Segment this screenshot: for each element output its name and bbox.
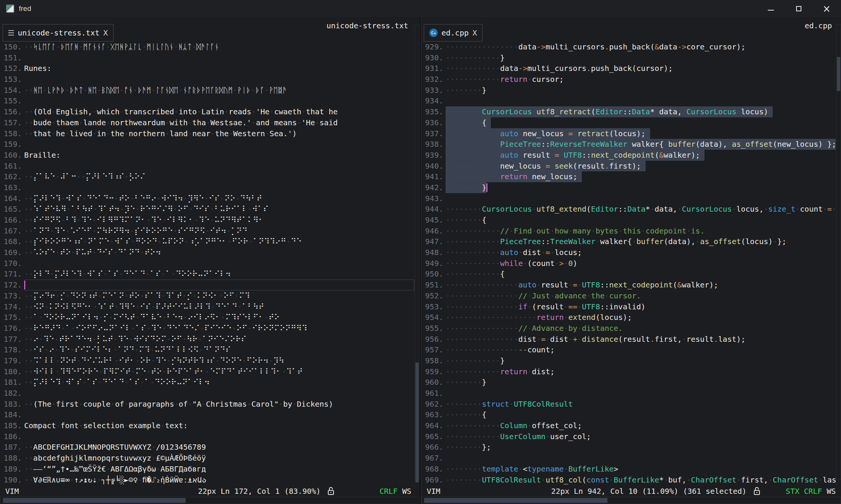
code-line[interactable]: 164.··⡍⠜⠇⠑⠹·⠺⠁⠎·⠙⠑⠁⠙⠒·⠞⠕·⠃⠑⠛⠔·⠺⠊⠹⠲·⡹⠻⠑·⠊… xyxy=(0,193,414,204)
code-line[interactable]: 960.········} xyxy=(421,377,836,388)
tab-close-icon[interactable]: X xyxy=(472,28,477,37)
code-line[interactable]: 937.············auto·new_locus·=·retract… xyxy=(421,128,836,139)
code-line[interactable]: 152.Runes: xyxy=(0,63,414,74)
code-line[interactable]: 173.··⡍⠔⠙⠖·⡊·⠙⠕⠝⠰⠞·⠍⠑⠁⠝·⠞⠕·⠎⠁⠹·⠹⠁⠞·⡊·⠅⠝⠪… xyxy=(0,290,414,301)
code-line[interactable]: 166.··⠎⠊⠛⠝⠫·⠃⠹·⠹⠑·⠊⠇⠻⠛⠹⠍⠁⠝⠂·⠹⠑·⠊⠇⠻⠅⠂·⠹⠑·… xyxy=(0,215,414,226)
code-line[interactable]: 168.··⡎⠊⠗⠕⠕⠛⠑⠰⠎·⠝⠁⠍⠑·⠺⠁⠎·⠛⠕⠕⠙·⠥⠏⠕⠝·⠰⡡⠁⠝⠛… xyxy=(0,236,414,247)
code-line[interactable]: 954.····················return·extend(lo… xyxy=(421,312,836,323)
code-line[interactable]: 171.··⡕⠇⠙·⡍⠜⠇⠑⠹·⠺⠁⠎·⠁⠎·⠙⠑⠁⠙·⠁⠎·⠁·⠙⠕⠕⠗⠤⠝⠁… xyxy=(0,269,414,280)
code-line[interactable]: 186. xyxy=(0,431,414,442)
code-line[interactable]: 160.Braille: xyxy=(0,150,414,161)
code-line[interactable]: 969.········UTF8ColResult·utf8_col(const… xyxy=(421,475,836,486)
code-line[interactable]: 947.············PieceTree::TreeWalker·wa… xyxy=(421,236,836,247)
code-line[interactable]: 953.················if·(result·==·UTF8::… xyxy=(421,301,836,312)
code-line[interactable]: 968.········template·<typename·BufferLik… xyxy=(421,464,836,475)
code-line[interactable]: 172. xyxy=(0,280,414,290)
code-line[interactable]: 948.············auto·dist·=·locus; xyxy=(421,247,836,258)
h-scrollbar[interactable] xyxy=(421,497,841,504)
code-line[interactable]: 189.··–—‘“”„†•…‰™œŠŸž€·ΑΒΓΔΩαβγδω·АБВГДа… xyxy=(0,464,414,475)
code-line[interactable]: 153. xyxy=(0,74,414,85)
tab-ed-cpp[interactable]: C+ ed.cpp X xyxy=(424,24,483,41)
code-line[interactable]: 154.··ᚻᛖ·ᚳᚹᚫᚦ·ᚦᚫᛏ·ᚻᛖ·ᛒᚢᛞᛖ·ᚩᚾ·ᚦᚫᛗ·ᛚᚪᚾᛞᛖ·ᚾ… xyxy=(0,85,414,96)
h-scrollbar-thumb[interactable] xyxy=(424,498,607,503)
code-line[interactable]: 945.········{ xyxy=(421,215,836,226)
v-scrollbar[interactable] xyxy=(836,24,841,480)
code-line[interactable]: 183.··(The·first·couple·of·paragraphs·of… xyxy=(0,399,414,410)
code-line[interactable]: 163. xyxy=(0,182,414,193)
code-line[interactable]: 170. xyxy=(0,258,414,269)
code-line[interactable]: 956.················dist·=·dist·+·distan… xyxy=(421,334,836,345)
code-line[interactable]: 158.··that·he·lived·in·the·northern·land… xyxy=(0,128,414,139)
code-line[interactable]: 174.··⠪⠝·⠅⠝⠪⠇⠫⠛⠑⠂·⠱⠁⠞·⠹⠻⠑·⠊⠎·⠏⠜⠞⠊⠊⠥⠇⠜⠇⠹·… xyxy=(0,301,414,312)
code-line[interactable]: 190.··∀∂∈ℝ∧∪≡∞·↑↗↨↻⇣·┐┼╔╘░►☺♀·ﬁ�⑀₂ἠḂӥẄɐː… xyxy=(0,475,414,486)
code-line[interactable]: 169.··⠡⠕⠎⠑·⠞⠕·⠏⠥⠞·⠙⠊⠎·⠙⠁⠝⠙·⠞⠕⠲ xyxy=(0,247,414,258)
code-line[interactable]: 959.············return·dist; xyxy=(421,366,836,377)
code-area[interactable]: 929.················data->multi_cursors.… xyxy=(421,41,836,485)
code-line[interactable]: 176.··⠗⠑⠛⠜⠙·⠁·⠊⠕⠋⠋⠔⠤⠝⠁⠊⠇·⠁⠎·⠹⠑·⠙⠑⠁⠙⠑⠌·⠏⠊… xyxy=(0,323,414,334)
code-line[interactable]: 187.··ABCDEFGHIJKLMNOPQRSTUVWXYZ·/012345… xyxy=(0,442,414,453)
code-line[interactable]: 942.········} xyxy=(421,182,836,193)
v-scrollbar[interactable] xyxy=(415,24,420,480)
code-line[interactable]: 157.··bude·thaem·lande·northweardum·with… xyxy=(0,117,414,128)
minimize-button[interactable] xyxy=(767,5,775,12)
code-line[interactable]: 929.················data->multi_cursors.… xyxy=(421,41,836,52)
close-button[interactable]: × xyxy=(823,5,830,12)
code-line[interactable]: 177.··⠔·⠹⠑·⠞⠗⠁⠙⠑⠲·⡃⠥⠞·⠹⠑·⠺⠊⠎⠙⠕⠍·⠕⠋·⠳⠗·⠁⠝… xyxy=(0,334,414,345)
code-line[interactable]: 178.··⠊⠎·⠔·⠹⠑·⠎⠊⠍⠊⠇⠑⠆·⠁⠝⠙·⠍⠹·⠥⠝⠙⠁⠇⠇⠪⠫·⠙⠁… xyxy=(0,344,414,355)
code-line[interactable]: 161. xyxy=(0,161,414,172)
code-line[interactable]: 159. xyxy=(0,139,414,150)
code-line[interactable]: 932.············return·cursor; xyxy=(421,74,836,85)
code-line[interactable]: 962.········struct·UTF8ColResult xyxy=(421,399,836,410)
code-line[interactable]: 944.········CursorLocus·utf8_extend(Edit… xyxy=(421,204,836,215)
code-line[interactable]: 165.··⠱⠁⠞⠑⠧⠻·⠁⠃⠳⠞·⠹⠁⠞⠲·⡹⠑·⠗⠑⠛⠊⠌⠻·⠕⠋·⠙⠊⠎·… xyxy=(0,204,414,215)
tab-unicode-stress[interactable]: unicode-stress.txt X xyxy=(3,24,114,41)
maximize-button[interactable] xyxy=(795,5,803,12)
code-line[interactable]: 938.············PieceTree::ReverseTreeWa… xyxy=(421,139,836,150)
code-line[interactable]: 963.········{ xyxy=(421,409,836,420)
code-line[interactable]: 175.··⠁·⠙⠕⠕⠗⠤⠝⠁⠊⠇⠲·⡊·⠍⠊⠣⠞·⠙⠁⠧⠑·⠃⠑⠲·⠔⠊⠇⠔⠫… xyxy=(0,312,414,323)
code-line[interactable]: 943. xyxy=(421,193,836,204)
code-area[interactable]: 150.··ᛋᚳᛖᚪᛚ·ᚦᛖᚪᚻ·ᛗᚪᚾᚾᚪ·ᚷᛖᚻᚹᛦᛚᚳ·ᛗᛁᚳᛚᚢᚾ·ᚻᛦ… xyxy=(0,41,414,485)
code-line[interactable]: 961. xyxy=(421,388,836,399)
code-line[interactable]: 957.················--count; xyxy=(421,344,836,355)
pane-divider[interactable] xyxy=(420,17,421,504)
tab-close-icon[interactable]: X xyxy=(103,28,108,37)
code-line[interactable]: 965.············UserColumn·user_col; xyxy=(421,431,836,442)
code-line[interactable]: 955.················//·Advance·by·distan… xyxy=(421,323,836,334)
v-scrollbar-thumb[interactable] xyxy=(837,57,840,91)
code-line[interactable]: 946.············//·Find·out·how·many·byt… xyxy=(421,226,836,237)
code-line[interactable]: 181.··⡍⠜⠇⠑⠹·⠺⠁⠎·⠁⠎·⠙⠑⠁⠙·⠁⠎·⠁·⠙⠕⠕⠗⠤⠝⠁⠊⠇⠲ xyxy=(0,377,414,388)
code-line[interactable]: 958.············} xyxy=(421,355,836,366)
code-line[interactable]: 184. xyxy=(0,409,414,420)
code-line[interactable]: 966.········}; xyxy=(421,442,836,453)
code-line[interactable]: 179.··⠩⠁⠇⠇·⠝⠕⠞·⠙⠊⠌⠥⠗⠃·⠊⠞⠂·⠕⠗·⠹⠑·⡊⠳⠝⠞⠗⠹⠰⠎… xyxy=(0,355,414,366)
code-line[interactable]: 156.··(Old·English,·which·transcribed·in… xyxy=(0,106,414,117)
code-line[interactable]: 949.············while·(count·>·0) xyxy=(421,258,836,269)
code-line[interactable]: 931.············data->multi_cursors.push… xyxy=(421,63,836,74)
v-scrollbar-thumb[interactable] xyxy=(415,363,419,482)
code-line[interactable]: 967. xyxy=(421,453,836,464)
code-line[interactable]: 151. xyxy=(0,52,414,63)
code-line[interactable]: 939.············auto·result·=·UTF8::next… xyxy=(421,150,836,161)
code-line[interactable]: 936.········{ xyxy=(421,117,836,128)
code-line[interactable]: 933.········} xyxy=(421,85,836,96)
h-scrollbar-thumb[interactable] xyxy=(3,498,186,503)
code-line[interactable]: 952.················//·Just·advance·the·… xyxy=(421,290,836,301)
code-line[interactable]: 155. xyxy=(0,95,414,106)
code-line[interactable]: 964.············Column·offset_col; xyxy=(421,420,836,431)
lock-icon[interactable] xyxy=(753,486,761,496)
code-line[interactable]: 188.··abcdefghijklmnopqrstuvwxyz·£©µÀÆÖÞ… xyxy=(0,453,414,464)
code-line[interactable]: 162.··⡌⠁⠧⠑·⠼⠁⠒··⡍⠜⠇⠑⠹⠰⠎·⡣⠕⠌ xyxy=(0,171,414,182)
code-line[interactable]: 180.··⠺⠊⠇⠇·⠹⠻⠑⠋⠕⠗⠑·⠏⠻⠍⠊⠞·⠍⠑·⠞⠕·⠗⠑⠏⠑⠁⠞⠂·⠑… xyxy=(0,366,414,377)
code-line[interactable]: 940.············new_locus·=·seek(result.… xyxy=(421,161,836,172)
code-line[interactable]: 935.········CursorLocus·utf8_retract(Edi… xyxy=(421,106,836,117)
h-scrollbar[interactable] xyxy=(0,497,420,504)
code-line[interactable]: 934. xyxy=(421,95,836,106)
code-line[interactable]: 182. xyxy=(0,388,414,399)
code-line[interactable]: 167.··⠁⠝⠙·⠹⠑·⠡⠊⠑⠋·⠍⠳⠗⠝⠻⠲·⡎⠊⠗⠕⠕⠛⠑·⠎⠊⠛⠝⠫·⠊… xyxy=(0,226,414,237)
code-line[interactable]: 150.··ᛋᚳᛖᚪᛚ·ᚦᛖᚪᚻ·ᛗᚪᚾᚾᚪ·ᚷᛖᚻᚹᛦᛚᚳ·ᛗᛁᚳᛚᚢᚾ·ᚻᛦ… xyxy=(0,41,414,52)
code-line[interactable]: 950.············{ xyxy=(421,269,836,280)
code-line[interactable]: 951.················auto·result·=·UTF8::… xyxy=(421,280,836,290)
code-line[interactable]: 185.Compact·font·selection·example·text: xyxy=(0,420,414,431)
code-line[interactable]: 941.············return·new_locus; xyxy=(421,171,836,182)
